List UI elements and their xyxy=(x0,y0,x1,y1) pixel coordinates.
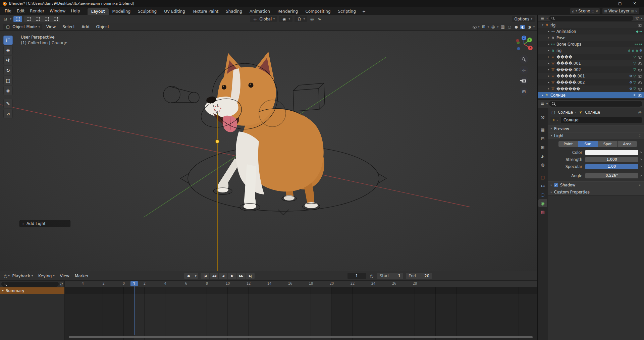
maximize-button[interactable]: ▢ xyxy=(612,0,627,7)
editor-type-properties-icon[interactable]: ≣ xyxy=(540,101,545,107)
select-mode-intersect-button[interactable] xyxy=(51,16,60,22)
panel-light[interactable]: ▾ Light ∷ xyxy=(548,132,644,139)
scale-tool-button[interactable]: ◳ xyxy=(3,76,13,85)
angle-field[interactable]: 0.526° xyxy=(585,173,638,178)
shading-wireframe-icon[interactable]: ◌ xyxy=(507,25,513,29)
minimize-button[interactable]: — xyxy=(598,0,612,7)
light-type-area[interactable]: Area xyxy=(618,141,637,147)
outliner-row-rig-object[interactable]: ▾ ⋔ rig xyxy=(538,22,644,28)
light-type-sun[interactable]: Sun xyxy=(578,141,598,147)
tab-scene[interactable]: ◭ xyxy=(538,152,547,160)
outliner-row-animation[interactable]: ▸ ↝ Animation ◆ ↝ xyxy=(538,28,644,35)
scene-selector[interactable]: ◭ ▾ Scene ◫ × xyxy=(570,8,600,14)
eye-icon[interactable] xyxy=(638,87,642,91)
view-layer-selector[interactable]: ▤ View Layer ◫ × xyxy=(602,8,639,14)
menu-select[interactable]: Select xyxy=(60,24,77,30)
play-button[interactable]: ▶ xyxy=(228,273,236,279)
disclosure-icon[interactable]: ▸ xyxy=(547,74,550,77)
workspace-tab-animation[interactable]: Animation xyxy=(246,8,274,15)
workspace-tab-sculpting[interactable]: Sculpting xyxy=(134,8,160,15)
menu-window[interactable]: Window xyxy=(47,8,68,14)
operator-panel-add-light[interactable]: ▸ Add Light xyxy=(19,220,70,227)
tab-output[interactable]: ⊟ xyxy=(538,134,547,143)
shading-solid-icon[interactable]: ● xyxy=(514,25,519,29)
transform-tool-button[interactable]: ◈ xyxy=(3,86,13,95)
menu-view[interactable]: View xyxy=(44,24,58,30)
color-swatch[interactable] xyxy=(585,150,638,155)
tweak-select-tool-button[interactable] xyxy=(13,16,22,22)
workspace-tab-texture-paint[interactable]: Texture Paint xyxy=(189,8,222,15)
disclosure-icon[interactable]: ▸ xyxy=(547,43,550,46)
add-workspace-button[interactable]: + xyxy=(360,8,368,15)
prev-keyframe-button[interactable]: ◀◀ xyxy=(210,273,218,279)
select-mode-extend-button[interactable] xyxy=(33,16,42,22)
tab-render[interactable]: ▦ xyxy=(538,126,547,134)
toggle-ortho-button[interactable]: ⊞ xyxy=(520,87,528,96)
zoom-button[interactable] xyxy=(520,55,528,64)
shadow-checkbox[interactable]: ✓ xyxy=(554,183,558,187)
navigation-axis-gizmo[interactable]: Z Y X xyxy=(515,34,533,53)
outliner-row-mesh-4[interactable]: ▸ ▽ �����.001 ⚙ ▽ xyxy=(538,73,644,79)
menu-object[interactable]: Object xyxy=(94,24,112,30)
unlink-scene-icon[interactable]: × xyxy=(596,9,598,13)
workspace-tab-rendering[interactable]: Rendering xyxy=(274,8,302,15)
editor-type-viewport-icon[interactable]: ⊡ xyxy=(3,16,8,22)
disclosure-icon[interactable]: ▸ xyxy=(541,94,544,97)
menu-edit[interactable]: Edit xyxy=(14,8,27,14)
summary-channel-row[interactable]: ▸ Summary xyxy=(0,287,64,294)
disclosure-icon[interactable]: ▸ xyxy=(547,62,550,65)
jump-to-start-button[interactable]: |◀ xyxy=(201,273,209,279)
menu-file[interactable]: File xyxy=(2,8,14,14)
end-frame-field[interactable]: End 20 xyxy=(406,273,432,279)
menu-help[interactable]: Help xyxy=(68,8,83,14)
eye-icon[interactable] xyxy=(638,23,642,27)
play-reverse-button[interactable]: ◀ xyxy=(219,273,227,279)
disclosure-icon[interactable]: ▸ xyxy=(547,87,550,90)
outliner-row-sun-selected[interactable]: ▸ ☀ Солнце ☀ xyxy=(538,92,644,98)
tab-physics[interactable]: ◌ xyxy=(538,190,547,199)
outliner-row-mesh-3[interactable]: ▸ ▽ ����.002 ▽ xyxy=(538,66,644,73)
menu-view-timeline[interactable]: View xyxy=(57,274,72,278)
measure-tool-button[interactable]: ⊿ xyxy=(3,109,13,118)
light-data-selector[interactable]: ☀ ▾ xyxy=(550,117,559,123)
next-keyframe-button[interactable]: ▶▶ xyxy=(237,273,246,279)
animate-decorator[interactable] xyxy=(638,152,643,153)
panel-shadow[interactable]: ▸ ✓ Shadow ∷ xyxy=(548,181,644,188)
proportional-editing-icon[interactable]: ◎ xyxy=(309,16,315,22)
jump-to-end-button[interactable]: ▶| xyxy=(246,273,255,279)
disclosure-icon[interactable]: ▸ xyxy=(547,49,550,52)
auto-keying-button[interactable]: ● xyxy=(184,273,193,279)
outliner-row-rig-data[interactable]: ▸ ⋔ rig ⋔ ⋔ ⋔ ⚙ xyxy=(538,47,644,54)
select-box-tool-button[interactable] xyxy=(3,36,13,45)
transform-orientation-dropdown[interactable]: ⊹ Global ▾ xyxy=(250,16,277,22)
outliner-row-mesh-1[interactable]: ▸ ▽ ���� ▽ xyxy=(538,54,644,60)
datablock-name-input[interactable] xyxy=(561,117,642,123)
workspace-tab-modeling[interactable]: Modeling xyxy=(109,8,135,15)
options-dropdown[interactable]: Options ▾ xyxy=(512,16,535,22)
tab-view-layer[interactable]: ⊞ xyxy=(538,143,547,151)
strength-field[interactable]: 1.000 xyxy=(585,157,638,162)
eye-icon[interactable] xyxy=(638,61,642,66)
workspace-tab-compositing[interactable]: Compositing xyxy=(302,8,334,15)
tab-object[interactable]: □ xyxy=(538,173,547,181)
breadcrumb-data[interactable]: Солнце xyxy=(585,110,600,115)
remove-view-layer-icon[interactable]: × xyxy=(635,9,638,13)
annotate-tool-button[interactable]: ✎ xyxy=(3,99,13,108)
disclosure-icon[interactable]: ▸ xyxy=(547,30,550,33)
specular-slider[interactable]: 1.00 xyxy=(585,164,638,169)
select-mode-new-button[interactable] xyxy=(24,16,33,22)
panel-drag-handle[interactable]: ∷ xyxy=(639,183,641,187)
disclosure-icon[interactable]: ▸ xyxy=(547,68,550,71)
properties-search-input[interactable] xyxy=(558,102,640,106)
filter-invert-icon[interactable]: ⇄ xyxy=(60,282,63,287)
cursor-tool-button[interactable]: ⊕ xyxy=(3,46,13,55)
xray-toggle-icon[interactable]: ▥ xyxy=(500,24,505,30)
panel-drag-handle[interactable]: ∷ xyxy=(639,133,641,138)
outliner-row-mesh-6[interactable]: ▸ ▽ ������ ⚙ ▽ xyxy=(538,86,644,92)
disclosure-icon[interactable]: ▾ xyxy=(541,23,544,26)
tab-texture[interactable]: ▨ xyxy=(538,208,547,216)
outliner-row-mesh-2[interactable]: ▸ ▽ ����.001 ▽ xyxy=(538,60,644,66)
camera-view-button[interactable] xyxy=(520,76,528,85)
disclosure-icon[interactable]: ▸ xyxy=(547,55,550,58)
workspace-tab-uv-editing[interactable]: UV Editing xyxy=(160,8,189,15)
